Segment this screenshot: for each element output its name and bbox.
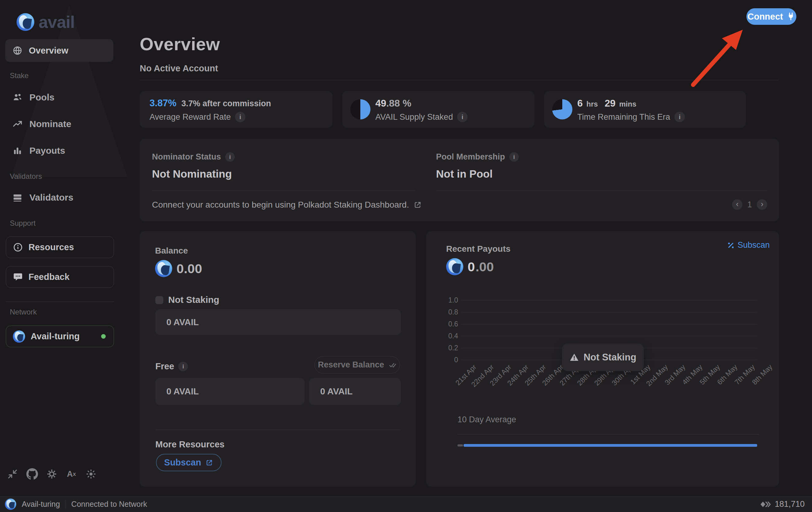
- era-hours-unit: hrs: [586, 100, 598, 109]
- info-icon[interactable]: i: [457, 112, 468, 122]
- sidebar-item-overview[interactable]: Overview: [5, 39, 113, 62]
- settings-gear-icon[interactable]: [46, 468, 58, 480]
- payouts-y-labels: 1.00.80.60.40.20: [426, 296, 458, 366]
- reserve-balance-toggle[interactable]: Reserve Balance: [314, 356, 400, 373]
- era-time-pie-icon: [552, 99, 572, 119]
- header-divider: [140, 80, 779, 80]
- status-divider-right: [436, 190, 767, 191]
- chat-icon: [13, 272, 23, 282]
- avail-logo-icon: [17, 13, 34, 31]
- statusbar-network-name: Avail-turing: [22, 500, 60, 509]
- feedback-button[interactable]: Feedback: [6, 266, 114, 288]
- globe-icon: [12, 46, 22, 55]
- app-logo-text: avail: [38, 12, 75, 32]
- subscan-button[interactable]: Subscan: [156, 454, 222, 471]
- users-icon: [12, 92, 23, 102]
- status-divider-left: [152, 190, 415, 191]
- bonded-balance-field: 0 AVAIL: [155, 309, 401, 335]
- sidebar-item-label: Nominate: [29, 119, 71, 129]
- connect-button[interactable]: Connect: [747, 8, 796, 25]
- era-minutes-unit: mins: [619, 100, 636, 109]
- status-pager: ‹ 1 ›: [732, 199, 767, 210]
- not-staking-label: Not Staking: [168, 295, 220, 305]
- supply-staked-frac: .88 %: [386, 98, 411, 109]
- sidebar-item-pools[interactable]: Pools: [12, 91, 55, 104]
- subscan-button-label: Subscan: [164, 457, 201, 468]
- network-selector-button[interactable]: Avail-turing: [6, 326, 114, 347]
- resources-button[interactable]: Resources: [6, 236, 114, 258]
- connection-status: Connected to Network: [71, 500, 147, 509]
- theme-sun-icon[interactable]: [85, 468, 97, 480]
- info-icon[interactable]: i: [178, 362, 188, 371]
- reserve-balance-field: 0 AVAIL: [309, 378, 401, 405]
- avail-token-icon: [446, 258, 463, 275]
- network-logo-icon: [5, 499, 16, 510]
- balance-title: Balance: [155, 246, 188, 256]
- not-staking-overlay-label: Not Staking: [583, 352, 636, 363]
- staking-dashboard: avail Overview Stake Pools Nominate Payo…: [0, 0, 812, 512]
- sidebar-item-validators[interactable]: Validators: [12, 191, 73, 204]
- info-icon: [13, 242, 23, 252]
- info-icon[interactable]: i: [225, 152, 235, 162]
- status-card: Nominator Status i Not Nominating Pool M…: [140, 139, 779, 221]
- ten-day-average-label: 10 Day Average: [458, 415, 516, 424]
- resources-label: Resources: [29, 242, 74, 252]
- external-link-icon: [205, 459, 213, 467]
- stat-card-era-time: 6 hrs 29 mins Time Remaining This Era i: [544, 91, 746, 128]
- pool-membership-label: Pool Membership: [436, 152, 505, 162]
- free-balance-field: 0 AVAIL: [155, 378, 304, 405]
- era-minutes: 29: [605, 98, 616, 109]
- supply-staked-label: AVAIL Supply Staked: [375, 112, 453, 122]
- supply-staked-int: 49: [375, 98, 386, 109]
- sidebar-item-nominate[interactable]: Nominate: [12, 117, 71, 131]
- info-icon[interactable]: i: [235, 112, 245, 122]
- stat-card-reward-rate: 3.87% 3.7% after commission Average Rewa…: [140, 91, 332, 128]
- nominator-status-value: Not Nominating: [152, 168, 232, 180]
- reward-rate-value: 3.87%: [149, 98, 176, 109]
- collapse-sidebar-icon[interactable]: [7, 468, 19, 480]
- subscan-link[interactable]: Subscan: [727, 240, 770, 250]
- pool-membership-value: Not in Pool: [436, 168, 493, 180]
- not-staking-overlay: Not Staking: [562, 343, 644, 371]
- sidebar-divider: [6, 302, 114, 302]
- nominator-status-label: Nominator Status: [152, 152, 221, 162]
- connect-prompt-text: Connect your accounts to begin using Pol…: [152, 200, 409, 210]
- red-pointer-arrow: [686, 23, 751, 89]
- github-icon[interactable]: [26, 468, 38, 480]
- sidebar-footer-icons: Ax: [7, 468, 97, 480]
- double-check-icon: [388, 361, 397, 369]
- balance-amount: 0.00: [176, 261, 202, 276]
- language-icon-secondary: x: [73, 471, 76, 477]
- language-icon[interactable]: Ax: [65, 468, 77, 480]
- info-icon[interactable]: i: [674, 112, 685, 122]
- network-name: Avail-turing: [31, 331, 80, 341]
- balance-card: Balance 0.00 Not Staking 0 AVAIL Free i …: [140, 231, 416, 487]
- section-label-validators: Validators: [10, 172, 42, 181]
- trend-up-icon: [12, 119, 23, 129]
- average-divider: [458, 434, 759, 434]
- sidebar-item-label: Pools: [29, 92, 55, 102]
- sidebar-item-label: Validators: [29, 192, 73, 203]
- section-label-network: Network: [10, 308, 37, 316]
- connect-label: Connect: [748, 12, 783, 22]
- stat-card-supply-staked: 49 .88 % AVAIL Supply Staked i: [342, 91, 534, 128]
- server-icon: [12, 192, 23, 203]
- sidebar-item-payouts[interactable]: Payouts: [12, 144, 65, 157]
- avail-token-icon: [155, 260, 172, 277]
- network-logo-icon: [13, 330, 25, 343]
- supply-staked-pie-icon: [350, 99, 371, 119]
- connect-prompt[interactable]: Connect your accounts to begin using Pol…: [152, 200, 422, 210]
- external-link-icon: [413, 201, 422, 209]
- info-icon[interactable]: i: [509, 152, 519, 162]
- more-resources-label: More Resources: [155, 440, 225, 450]
- reward-rate-note: 3.7% after commission: [181, 99, 271, 109]
- pager-page-number: 1: [747, 200, 752, 209]
- page-title: Overview: [140, 34, 220, 54]
- feedback-label: Feedback: [29, 272, 69, 282]
- pager-prev-button[interactable]: ‹: [732, 199, 743, 210]
- free-balance-label: Free: [155, 361, 174, 371]
- reward-rate-label: Average Reward Rate: [149, 112, 231, 122]
- pager-next-button[interactable]: ›: [757, 199, 767, 210]
- subscan-link-label: Subscan: [737, 240, 770, 250]
- bar-chart-icon: [12, 146, 23, 156]
